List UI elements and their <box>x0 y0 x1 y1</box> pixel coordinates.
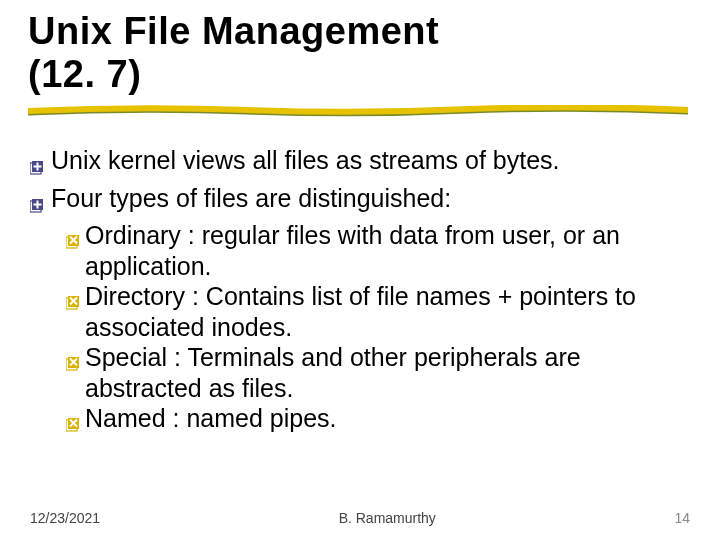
bullet-level2: Special : Terminals and other peripheral… <box>66 342 692 403</box>
slide-title: Unix File Management (12. 7) <box>28 10 692 95</box>
bullet-level1: Four types of files are distinguished: <box>30 183 692 221</box>
slide: Unix File Management (12. 7) Unix kernel… <box>0 0 720 540</box>
title-line-1: Unix File Management <box>28 10 692 53</box>
bullet-text: Unix kernel views all files as streams o… <box>51 145 692 176</box>
bullet-text: Directory : Contains list of file names … <box>85 281 692 342</box>
svg-rect-7 <box>34 203 42 205</box>
bullet-text: Four types of files are distinguished: <box>51 183 692 214</box>
footer-page-number: 14 <box>674 510 690 526</box>
plus-box-icon <box>30 190 45 221</box>
bullet-level2: Named : named pipes. <box>66 403 692 440</box>
slide-footer: 12/23/2021 B. Ramamurthy 14 <box>0 510 720 526</box>
svg-rect-3 <box>34 166 42 168</box>
x-box-icon <box>66 287 81 318</box>
title-underline <box>28 105 692 123</box>
bullet-level2: Directory : Contains list of file names … <box>66 281 692 342</box>
bullet-text: Special : Terminals and other peripheral… <box>85 342 692 403</box>
bullet-level2: Ordinary : regular files with data from … <box>66 220 692 281</box>
slide-body: Unix kernel views all files as streams o… <box>28 145 692 440</box>
footer-author: B. Ramamurthy <box>100 510 674 526</box>
title-line-2: (12. 7) <box>28 53 692 96</box>
footer-date: 12/23/2021 <box>30 510 100 526</box>
bullet-level1: Unix kernel views all files as streams o… <box>30 145 692 183</box>
bullet-text: Ordinary : regular files with data from … <box>85 220 692 281</box>
x-box-icon <box>66 409 81 440</box>
plus-box-icon <box>30 152 45 183</box>
x-box-icon <box>66 348 81 379</box>
underline-graphic <box>28 105 688 119</box>
bullet-text: Named : named pipes. <box>85 403 692 434</box>
x-box-icon <box>66 226 81 257</box>
